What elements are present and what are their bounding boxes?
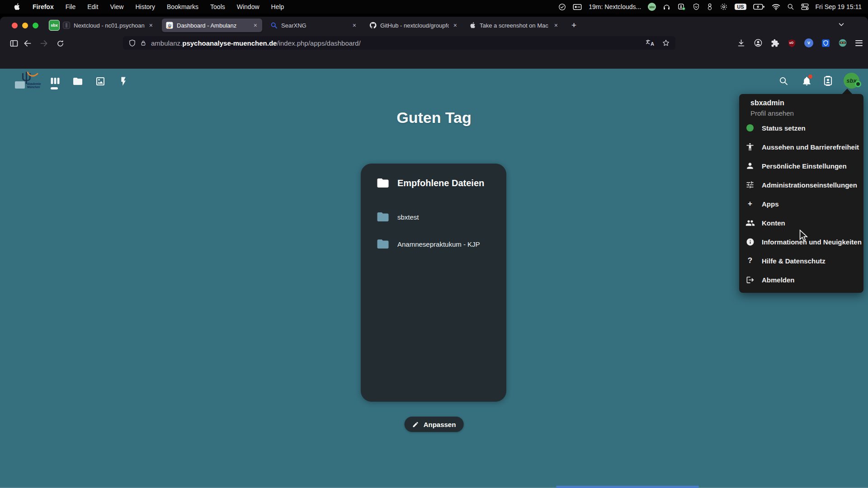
tab-close-icon[interactable]: × (352, 22, 357, 29)
menu-item-logout[interactable]: Abmelden (739, 270, 863, 289)
airdrop-icon[interactable] (720, 3, 728, 11)
tab-close-icon[interactable]: × (148, 22, 154, 29)
sidebar-toggle-button[interactable] (8, 38, 20, 49)
list-item[interactable]: Anamnesepraktukum - KJP (376, 237, 480, 251)
tab-dashboard-ambulanz[interactable]: ψ Dashboard - Ambulanz × (162, 19, 262, 32)
keyboard-layout-badge[interactable]: US (735, 4, 746, 10)
url-bar[interactable]: ambulanz.psychoanalyse-muenchen.de/index… (123, 36, 675, 50)
container-status-icon[interactable]: sbx (648, 3, 656, 11)
menubar-item-history[interactable]: History (129, 3, 161, 10)
menubar-item-edit[interactable]: Edit (81, 3, 104, 10)
lightning-icon (118, 76, 128, 87)
translate-icon[interactable]: A (646, 39, 656, 47)
mouse-cursor (799, 230, 808, 242)
customize-button[interactable]: Anpassen (405, 417, 464, 432)
forward-button[interactable] (38, 38, 50, 49)
tab-nextcloud-nc01[interactable]: sbx Nextcloud - nc01.psychoanalyse × (45, 19, 158, 32)
app-dashboard-button[interactable] (50, 76, 61, 87)
downloads-button[interactable] (737, 39, 745, 47)
menubar-item-window[interactable]: Window (231, 3, 265, 10)
stacked-circles-icon[interactable] (707, 3, 713, 11)
svg-text:A: A (651, 41, 654, 47)
url-domain: psychoanalyse-muenchen.de (182, 39, 277, 47)
unified-search-button[interactable] (778, 75, 789, 86)
app-activity-button[interactable] (118, 76, 128, 87)
vimium-icon[interactable]: V (804, 38, 813, 47)
recommended-files-widget: Empfohlene Dateien sbxtest Anamneseprakt… (361, 164, 506, 402)
tab-close-icon[interactable]: × (553, 22, 559, 29)
shield-icon[interactable] (693, 3, 700, 11)
tab-searxng[interactable]: SearXNG × (266, 19, 361, 32)
group-icon (745, 218, 755, 228)
person-icon (745, 161, 755, 171)
menu-item-apps[interactable]: + Apps (739, 194, 863, 213)
notifications-button[interactable] (801, 75, 812, 86)
permission-check-icon[interactable] (677, 3, 686, 11)
bookmark-star-icon[interactable] (662, 39, 670, 47)
recording-timer-label[interactable]: 19m: Nextclouds... (589, 3, 641, 10)
menubar-item-bookmarks[interactable]: Bookmarks (161, 3, 204, 10)
tab-screenshot-mac[interactable]: Take a screenshot on Mac - App × (466, 19, 563, 32)
menubar-item-help[interactable]: Help (265, 3, 290, 10)
menu-item-help-privacy[interactable]: ? Hilfe & Datenschutz (739, 251, 863, 270)
spotlight-search-icon[interactable] (787, 3, 794, 10)
menubar-item-file[interactable]: File (60, 3, 82, 10)
consent-robot-icon[interactable] (838, 38, 847, 47)
extensions-puzzle-icon[interactable] (771, 39, 779, 47)
minimize-window-button[interactable] (22, 23, 28, 28)
favicon-nextcloud-dark (63, 22, 70, 29)
tracking-protection-shield-icon[interactable] (128, 39, 136, 47)
check-circle-icon[interactable] (558, 3, 566, 11)
menu-item-personal-settings[interactable]: Persönliche Einstellungen (739, 156, 863, 175)
tab-close-icon[interactable]: × (453, 22, 458, 29)
list-item[interactable]: sbxtest (376, 210, 419, 224)
customize-label: Anpassen (424, 421, 456, 428)
tab-github-groupfolders[interactable]: GitHub - nextcloud/groupfolders × (365, 19, 462, 32)
tab-title: GitHub - nextcloud/groupfolders (380, 22, 449, 29)
menubar-item-firefox[interactable]: Firefox (27, 3, 60, 10)
dashboard-icon (50, 77, 61, 86)
tab-close-icon[interactable]: × (253, 22, 258, 29)
headphones-icon[interactable] (663, 3, 670, 11)
menu-item-appearance[interactable]: Aussehen und Barrierefreiheit (739, 137, 863, 156)
firefox-window: sbx Nextcloud - nc01.psychoanalyse × ψ D… (0, 17, 868, 488)
question-icon: ? (745, 256, 755, 266)
menubar-status-area: 19m: Nextclouds... sbx US (558, 3, 868, 11)
nextcloud-logo[interactable]: ψ Akademie München (15, 70, 44, 90)
battery-icon[interactable] (753, 4, 765, 10)
account-button[interactable] (754, 38, 763, 47)
lock-icon[interactable] (140, 39, 146, 47)
app-menu-button[interactable] (855, 40, 863, 46)
info-icon (745, 237, 755, 247)
app-photos-button[interactable] (95, 76, 106, 87)
zoom-window-button[interactable] (33, 23, 38, 28)
menubar-item-view[interactable]: View (104, 3, 129, 10)
menu-item-admin-settings[interactable]: Administrationseinstellungen (739, 175, 863, 194)
menu-item-label: Apps (762, 200, 779, 208)
bitwarden-icon[interactable] (821, 39, 830, 47)
tab-title: Dashboard - Ambulanz (177, 22, 249, 29)
notification-dot (808, 75, 812, 79)
contacts-menu-button[interactable] (822, 75, 833, 86)
back-button[interactable] (22, 38, 33, 49)
control-center-icon[interactable] (801, 3, 809, 10)
menu-item-label: Persönliche Einstellungen (762, 162, 847, 170)
app-files-button[interactable] (72, 76, 83, 87)
new-tab-button[interactable]: + (567, 20, 581, 30)
list-all-tabs-button[interactable] (837, 20, 845, 28)
photos-icon (95, 76, 106, 87)
reload-button[interactable] (54, 38, 66, 49)
container-badge: sbx (49, 20, 60, 31)
apple-menu[interactable] (8, 3, 27, 11)
user-menu-view-profile[interactable]: Profil ansehen (750, 109, 794, 117)
screen-recording-icon[interactable] (573, 3, 582, 11)
favicon-apple (470, 22, 476, 29)
menu-item-label: Status setzen (762, 124, 806, 132)
menu-item-status[interactable]: Status setzen (739, 118, 863, 137)
close-window-button[interactable] (12, 23, 18, 28)
menubar-clock[interactable]: Fri Sep 19 15:11 (816, 3, 862, 10)
ublock-origin-icon[interactable]: uO (788, 39, 796, 47)
menubar-item-tools[interactable]: Tools (204, 3, 231, 10)
wifi-icon[interactable] (772, 4, 780, 10)
logout-icon (745, 275, 755, 285)
